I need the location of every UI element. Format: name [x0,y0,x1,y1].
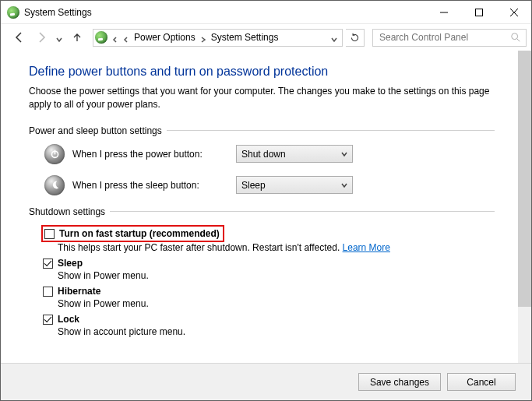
section-title: Shutdown settings [29,206,495,217]
power-button-dropdown[interactable]: Shut down [236,145,353,163]
hibernate-checkbox[interactable] [43,287,53,297]
sleep-button-dropdown[interactable]: Sleep [236,176,353,194]
sleep-button-label: When I press the sleep button: [72,180,228,191]
page-description: Choose the power settings that you want … [29,85,495,111]
navigation-bar: Power Options System Settings [1,24,531,51]
search-input[interactable] [378,31,510,44]
chevron-down-icon[interactable] [331,34,337,40]
lock-checkbox-row: Lock [43,314,495,325]
sleep-desc: Show in Power menu. [58,270,495,281]
chevron-left-icon [112,34,118,40]
hibernate-checkbox-row: Hibernate [43,286,495,297]
forward-button[interactable] [32,28,51,47]
sleep-label: Sleep [58,258,83,269]
scrollbar[interactable] [518,51,531,363]
titlebar: System Settings [1,1,531,24]
search-box[interactable] [372,29,527,47]
sleep-checkbox[interactable] [43,259,53,269]
search-icon [510,32,521,43]
lock-label: Lock [58,314,79,325]
minimize-button[interactable] [426,1,461,23]
chevron-right-icon [200,34,206,40]
history-dropdown-button[interactable] [54,28,65,47]
hibernate-label: Hibernate [58,286,100,297]
svg-point-4 [512,33,518,40]
section-title: Power and sleep button settings [29,125,495,136]
fast-startup-desc: This helps start your PC faster after sh… [58,242,495,253]
dropdown-value: Sleep [241,180,266,191]
fast-startup-highlight: Turn on fast startup (recommended) [41,225,224,242]
content-area: Define power buttons and turn on passwor… [1,51,518,356]
svg-line-5 [517,39,520,42]
refresh-button[interactable] [346,29,365,47]
save-button[interactable]: Save changes [358,373,441,391]
svg-rect-1 [475,9,482,16]
app-icon [7,6,19,19]
breadcrumb-item[interactable]: System Settings [211,32,279,43]
hibernate-desc: Show in Power menu. [58,298,495,309]
chevron-down-icon [341,180,347,191]
window-title: System Settings [24,7,92,18]
learn-more-link[interactable]: Learn More [343,242,390,253]
back-button[interactable] [10,28,29,47]
fast-startup-label: Turn on fast startup (recommended) [59,228,220,239]
fast-startup-checkbox[interactable] [44,229,55,239]
close-button[interactable] [496,1,531,23]
power-icon [44,144,65,164]
address-bar[interactable]: Power Options System Settings [93,29,343,47]
sleep-button-row: When I press the sleep button: Sleep [44,175,495,195]
sleep-checkbox-row: Sleep [43,258,495,269]
sleep-icon [44,175,65,195]
power-sleep-section: Power and sleep button settings When I p… [29,125,495,195]
chevron-down-icon [341,149,347,160]
page-heading: Define power buttons and turn on passwor… [29,65,495,79]
shutdown-section: Shutdown settings Turn on fast startup (… [29,206,495,337]
maximize-button[interactable] [461,1,496,23]
lock-checkbox[interactable] [43,315,53,325]
chevron-left-icon [123,34,129,40]
footer: Save changes Cancel [1,363,531,400]
breadcrumb-item[interactable]: Power Options [134,32,196,43]
window-controls [426,1,531,23]
lock-desc: Show in account picture menu. [58,326,495,337]
up-button[interactable] [68,28,86,47]
power-button-row: When I press the power button: Shut down [44,144,495,164]
power-button-label: When I press the power button: [72,149,228,160]
cancel-button[interactable]: Cancel [447,373,516,391]
dropdown-value: Shut down [241,149,286,160]
scrollbar-thumb[interactable] [518,51,531,307]
location-icon [95,31,107,44]
